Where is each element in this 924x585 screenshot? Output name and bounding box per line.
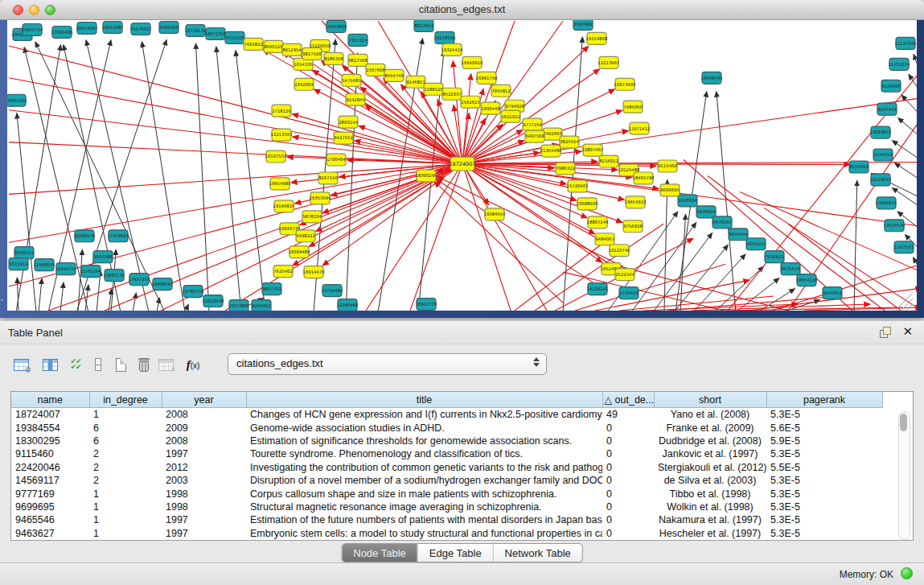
network-node[interactable]: 9242845 (346, 93, 365, 105)
column-header-in_degree[interactable]: in_degree (89, 392, 162, 408)
network-node[interactable]: 2687682 (573, 20, 593, 30)
close-panel-icon[interactable]: ✕ (902, 325, 913, 338)
network-node[interactable]: 8186328 (324, 52, 343, 64)
network-node[interactable]: 9484067 (595, 233, 614, 245)
network-node[interactable]: 19654923 (625, 196, 647, 208)
network-node[interactable]: 7986322 (556, 163, 575, 175)
network-node[interactable]: 16099489 (289, 246, 310, 258)
network-node[interactable]: 16640910 (462, 56, 484, 68)
network-node[interactable]: 9146821 (406, 76, 425, 88)
table-vertical-scrollbar[interactable] (898, 411, 910, 540)
network-node[interactable]: 9097588 (93, 251, 113, 263)
table-row[interactable]: 969969511998Structural magnetic resonanc… (11, 501, 882, 513)
network-node[interactable]: 12213967 (598, 56, 620, 68)
network-node[interactable]: 10973493 (614, 78, 636, 90)
network-node[interactable]: 16648794 (701, 72, 724, 84)
network-node[interactable]: 27691406 (51, 26, 74, 38)
network-node[interactable]: 16353594 (310, 192, 332, 204)
network-node[interactable]: 19166825 (273, 200, 295, 212)
network-node[interactable]: 1640934 (678, 195, 697, 207)
network-node[interactable]: 13505135 (104, 270, 125, 282)
network-node[interactable]: 8267150 (318, 172, 338, 184)
column-header-short[interactable]: short (654, 392, 766, 408)
network-node[interactable]: 18724007 (449, 157, 475, 171)
table-row[interactable]: 946362711997Embryonic stem cells: a mode… (11, 527, 882, 540)
network-node[interactable]: 9827506 (302, 47, 322, 60)
network-node[interactable]: 15720407 (567, 180, 589, 192)
table-row[interactable]: 1830029562008Estimation of significance … (11, 435, 882, 447)
table-row[interactable]: 1872400712008Changes of HCN gene express… (11, 408, 882, 422)
table-row[interactable]: 1456911722003Disruption of a novel membe… (11, 474, 882, 487)
network-node[interactable]: 8350511 (14, 247, 34, 259)
network-node[interactable]: 16033809 (326, 20, 347, 32)
column-header-title[interactable]: title (246, 392, 602, 408)
window-titlebar[interactable]: citations_edges.txt (0, 0, 924, 20)
network-node[interactable]: 9857791 (262, 283, 281, 295)
tab-edge-table[interactable]: Edge Table (417, 544, 493, 562)
table-row[interactable]: 911546021997Tourette syndrome. Phenomeno… (11, 447, 882, 460)
network-node[interactable]: 9474444 (729, 229, 748, 241)
network-node[interactable]: 15276027 (130, 23, 152, 35)
network-node[interactable]: 9756928 (623, 220, 643, 233)
network-node[interactable]: 10107553 (265, 150, 287, 163)
network-node[interactable]: 17359924 (108, 230, 130, 242)
network-node[interactable]: 15942757 (55, 263, 77, 275)
network-node[interactable]: 1700494 (326, 154, 346, 166)
network-node[interactable]: 5938924 (696, 206, 716, 218)
memory-status-indicator[interactable] (901, 567, 913, 579)
network-node[interactable]: 8813054 (414, 20, 433, 31)
scrollbar-thumb[interactable] (900, 414, 907, 431)
network-node[interactable]: 8912954 (282, 43, 302, 56)
network-node[interactable]: 9245052 (823, 287, 842, 299)
network-node[interactable]: 20206576 (74, 230, 97, 242)
network-node[interactable]: 18300295 (416, 170, 437, 182)
network-node[interactable]: 1990448 (481, 102, 500, 114)
network-node[interactable]: 3315911 (9, 258, 28, 270)
network-node[interactable]: 10807467 (582, 144, 604, 156)
network-node[interactable]: 6466160 (159, 21, 179, 33)
table-row[interactable]: 2242004622012Investigating the contribut… (11, 461, 882, 474)
network-node[interactable]: 18495798 (633, 172, 655, 184)
network-node[interactable]: 16958107 (152, 278, 174, 290)
network-node[interactable]: 16210643 (870, 174, 892, 186)
network-node[interactable]: 9227343 (877, 103, 897, 115)
network-node[interactable]: 15692971 (876, 197, 897, 209)
network-node[interactable]: 21364486 (540, 145, 563, 157)
tab-network-table[interactable]: Network Table (493, 544, 582, 562)
network-node[interactable]: 3824554 (560, 136, 579, 148)
network-node[interactable]: 12971412 (629, 122, 651, 134)
delete-table-icon[interactable]: ✕ (154, 353, 177, 376)
network-node[interactable]: 16154808 (586, 32, 608, 44)
network-node[interactable]: 26031502 (7, 94, 27, 106)
network-node[interactable]: 6497568 (525, 130, 544, 142)
network-node[interactable]: 8660128 (264, 40, 283, 52)
table-mode-icon[interactable]: ⚙ (10, 353, 32, 376)
network-node[interactable]: 1145194 (81, 266, 101, 278)
network-node[interactable]: 19654985 (269, 178, 291, 190)
network-node[interactable]: 16671358 (205, 27, 227, 39)
network-node[interactable]: 10967770 (416, 299, 438, 311)
network-node[interactable]: 2718126 (272, 105, 291, 117)
network-node[interactable]: 8216012 (599, 155, 618, 167)
network-node[interactable]: 2522544 (615, 269, 634, 281)
network-node[interactable]: 7932621 (765, 251, 784, 263)
network-node[interactable]: 2803144 (339, 116, 358, 128)
network-node[interactable]: 7637889 (229, 300, 248, 311)
network-node[interactable]: 10654120 (796, 274, 819, 286)
column-split-icon[interactable] (87, 353, 109, 376)
row-selection-icon[interactable]: ✔✔✔✔ (64, 353, 87, 376)
column-header-pagerank[interactable]: pagerank (766, 392, 882, 408)
network-node[interactable]: 10120746 (609, 245, 631, 257)
network-node[interactable]: 15751074 (889, 58, 911, 70)
network-node[interactable]: 12160468 (337, 299, 359, 311)
network-node[interactable]: 8454749 (384, 69, 404, 81)
network-node[interactable]: 8215953 (849, 161, 869, 173)
network-node[interactable]: 9245051 (252, 300, 271, 311)
network-node[interactable]: 17957253 (129, 274, 150, 286)
network-node[interactable]: 12923448 (203, 295, 224, 307)
network-node[interactable]: 7463822 (244, 38, 263, 50)
network-node[interactable]: 9129966 (881, 80, 901, 92)
network-node[interactable]: 2342004 (294, 78, 314, 90)
network-node[interactable]: 1733426 (619, 287, 639, 299)
network-node[interactable]: 34055714 (22, 23, 44, 35)
